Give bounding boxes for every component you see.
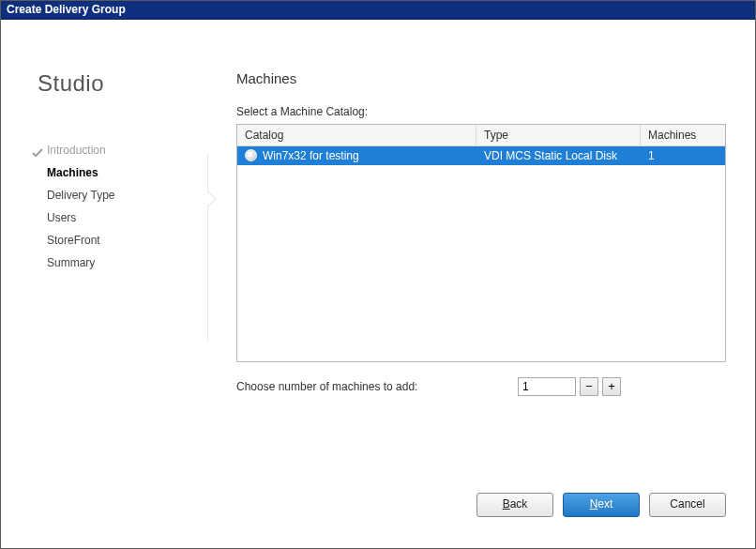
cell-catalog: Win7x32 for testing (237, 149, 476, 162)
col-machines-header[interactable]: Machines (641, 125, 725, 145)
catalog-name: Win7x32 for testing (263, 149, 359, 162)
content-area: Studio Introduction Machines Delivery Ty… (2, 22, 754, 547)
increment-button[interactable]: + (602, 377, 621, 396)
decrement-button[interactable]: − (580, 377, 598, 396)
window-title: Create Delivery Group (7, 3, 126, 16)
step-introduction[interactable]: Introduction (47, 139, 208, 161)
step-label: Machines (47, 166, 98, 179)
step-delivery-type[interactable]: Delivery Type (47, 184, 208, 206)
machine-count-label: Choose number of machines to add: (236, 380, 518, 393)
radio-icon (245, 149, 257, 161)
sidebar: Studio Introduction Machines Delivery Ty… (30, 50, 208, 470)
wizard-footer: Back Next Cancel (2, 480, 754, 547)
cell-type: VDI MCS Static Local Disk (476, 149, 641, 162)
check-icon (32, 144, 43, 155)
step-label: Users (47, 211, 76, 224)
catalog-instruction: Select a Machine Catalog: (236, 105, 726, 118)
step-summary[interactable]: Summary (47, 252, 208, 274)
cell-machines: 1 (641, 149, 725, 162)
col-catalog-header[interactable]: Catalog (237, 125, 476, 145)
next-rest: ext (597, 497, 612, 511)
next-button[interactable]: Next (563, 493, 640, 517)
step-machines[interactable]: Machines (47, 161, 208, 184)
sidebar-divider (207, 153, 208, 341)
brand-label: Studio (30, 70, 208, 97)
main-panel: Machines Select a Machine Catalog: Catal… (208, 50, 726, 470)
back-rest: ack (510, 497, 528, 511)
step-storefront[interactable]: StoreFront (47, 229, 208, 252)
step-label: Introduction (47, 144, 106, 157)
body: Studio Introduction Machines Delivery Ty… (2, 22, 754, 480)
machine-count-row: Choose number of machines to add: − + (236, 377, 726, 396)
table-row[interactable]: Win7x32 for testing VDI MCS Static Local… (237, 146, 725, 165)
step-label: StoreFront (47, 234, 100, 247)
page-title: Machines (236, 70, 726, 86)
cancel-button[interactable]: Cancel (649, 493, 726, 517)
step-label: Summary (47, 256, 95, 269)
wizard-steps: Introduction Machines Delivery Type User… (30, 139, 208, 274)
step-users[interactable]: Users (47, 206, 208, 229)
catalog-table: Catalog Type Machines Win7x32 for testin… (236, 124, 726, 362)
machine-count-input[interactable] (518, 377, 576, 396)
back-accel: B (503, 497, 510, 511)
step-label: Delivery Type (47, 189, 114, 202)
sidebar-notch-inner (207, 191, 215, 206)
col-type-header[interactable]: Type (476, 125, 641, 145)
titlebar: Create Delivery Group (1, 1, 755, 20)
catalog-table-header: Catalog Type Machines (237, 125, 725, 146)
back-button[interactable]: Back (476, 493, 553, 517)
wizard-window: Create Delivery Group Studio Introductio… (0, 0, 756, 549)
